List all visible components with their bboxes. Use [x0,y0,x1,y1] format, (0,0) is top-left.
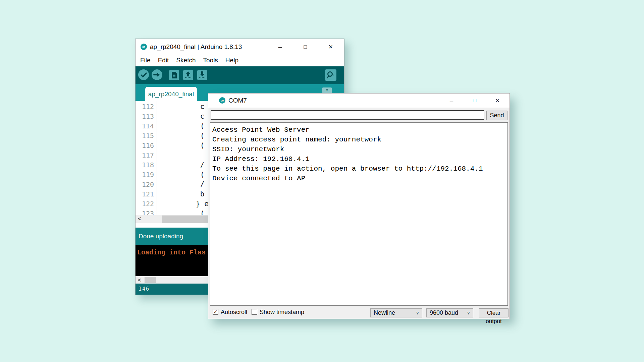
serial-footer-bar: ✓ Autoscroll Show timestamp Newline ∨ 96… [208,306,509,318]
new-sketch-button[interactable] [169,70,179,80]
line-number: 120 [136,180,154,189]
scroll-left-arrow-icon[interactable]: < [136,215,144,223]
chevron-down-icon: ∨ [467,309,470,317]
serial-output-line: IP Address: 192.168.4.1 [212,154,507,164]
serial-monitor-button[interactable] [325,69,336,81]
show-timestamp-checkbox[interactable] [252,309,257,315]
maximize-button[interactable]: □ [301,42,310,52]
check-icon: ✓ [214,309,218,314]
serial-output-line: To see this page in action, open a brows… [212,164,507,174]
line-number: 118 [136,160,154,170]
menu-file[interactable]: File [137,55,154,66]
line-number: 114 [136,121,154,131]
desktop: ∞ ap_rp2040_final | Arduino 1.8.13 – □ ×… [0,0,644,362]
serial-output-line: Access Point Web Server [212,125,507,135]
baud-rate-value: 9600 baud [430,309,458,316]
upload-button[interactable] [152,69,162,80]
tab-list-button[interactable]: ▼ [322,87,332,93]
console-message: Loading into Flas [137,249,206,256]
code-fragment: ( [196,170,204,180]
minimize-button[interactable]: – [447,95,456,106]
line-number: 115 [136,131,154,141]
code-fragment: / [196,180,204,189]
serial-output-line: Creating access point named: yournetwork [212,135,507,144]
ide-title-bar[interactable]: ∞ ap_rp2040_final | Arduino 1.8.13 – □ × [136,39,344,55]
close-button[interactable]: × [326,42,335,52]
line-ending-value: Newline [374,309,395,316]
serial-output-area[interactable]: Access Point Web Server Creating access … [210,122,508,306]
tab-ap-rp2040-final[interactable]: ap_rp2040_final [145,87,197,101]
autoscroll-label[interactable]: Autoscroll [221,308,247,316]
line-number: 123 [136,209,154,215]
scroll-left-arrow-icon[interactable]: < [136,276,144,284]
code-fragment: ( [196,131,204,141]
arduino-logo-icon: ∞ [219,97,225,104]
autoscroll-checkbox[interactable]: ✓ [213,309,218,315]
serial-title-bar[interactable]: ∞ COM7 – □ × [208,94,509,108]
code-fragment: c [196,112,204,121]
dropdown-arrow-icon: ▼ [326,88,329,92]
menu-help[interactable]: Help [222,55,242,66]
line-number: 122 [136,199,154,209]
code-fragment: ( [196,121,204,131]
menu-tools[interactable]: Tools [200,55,222,66]
code-fragment: ( [196,209,204,215]
ide-window-title: ap_rp2040_final | Arduino 1.8.13 [150,39,242,55]
line-number: 121 [136,189,154,199]
baud-rate-dropdown[interactable]: 9600 baud ∨ [426,308,473,317]
show-timestamp-label[interactable]: Show timestamp [260,308,304,316]
serial-output-line: Device connected to AP [212,174,507,183]
line-number: 112 [136,102,154,112]
serial-window-title: COM7 [228,94,247,108]
clear-output-button[interactable]: Clear output [479,308,508,317]
save-sketch-button[interactable] [197,70,207,80]
close-button[interactable]: × [493,95,502,106]
line-number: 119 [136,170,154,180]
code-fragment: / [196,160,204,170]
chevron-down-icon: ∨ [416,309,419,317]
send-button[interactable]: Send [486,111,507,120]
code-fragment: ( [196,141,204,150]
minimize-button[interactable]: – [275,42,285,52]
open-sketch-button[interactable] [183,70,193,80]
line-number: 113 [136,112,154,121]
code-fragment: c [196,102,204,112]
arduino-logo-icon: ∞ [141,44,147,50]
verify-button[interactable] [138,69,149,80]
ide-toolbar [136,66,344,84]
serial-input-field[interactable] [211,110,484,120]
line-ending-dropdown[interactable]: Newline ∨ [370,308,422,317]
line-number: 117 [136,150,154,160]
ide-menu-bar: FileEditSketchToolsHelp [136,55,344,66]
maximize-button[interactable]: □ [470,95,479,106]
serial-send-row: Send [208,108,509,122]
code-fragment: b [196,189,204,199]
scrollbar-thumb[interactable] [145,277,156,283]
menu-edit[interactable]: Edit [154,55,173,66]
serial-monitor-window: ∞ COM7 – □ × Send Access Point Web Serve… [208,93,510,319]
code-fragment: } e [196,199,209,209]
serial-output-line: SSID: yournetwork [212,144,507,154]
line-number: 116 [136,141,154,150]
menu-sketch[interactable]: Sketch [172,55,199,66]
